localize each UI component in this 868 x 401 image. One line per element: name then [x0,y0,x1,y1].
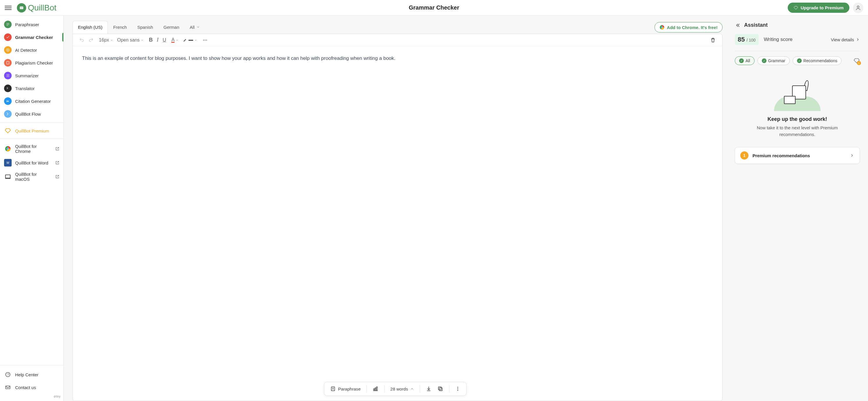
text-color-button[interactable]: A [171,37,179,43]
premium-recommendations-card[interactable]: 1 Premium recommendations [735,147,860,164]
svg-rect-26 [376,387,377,391]
rec-label: Premium recommendations [752,153,810,158]
redo-button[interactable] [88,37,94,43]
chip-grammar[interactable]: ✓Grammar [757,56,790,65]
sidebar-item-label: QuillBot for Word [15,160,48,165]
copy-button[interactable] [437,386,443,392]
chevron-down-icon [141,39,144,41]
italic-button[interactable]: I [157,37,158,43]
collapse-icon[interactable] [735,22,741,28]
sidebar-item-ai-detector[interactable]: AI Detector [0,43,63,56]
more-button[interactable] [203,37,208,43]
sidebar-item-macos[interactable]: QuillBot for macOS [0,169,63,184]
stats-button[interactable] [373,386,378,392]
sidebar-item-grammar-checker[interactable]: Grammar Checker [0,31,63,43]
font-family-select[interactable]: Open sans [117,37,144,43]
paraphrase-icon [330,386,336,392]
chevron-down-icon [196,25,200,29]
chrome-icon [4,145,12,153]
illustration [774,79,820,111]
kebab-icon [455,386,461,392]
copy-icon [437,386,443,392]
sidebar-item-summarizer[interactable]: Summarizer [0,69,63,82]
svg-point-20 [203,39,204,40]
sidebar-item-chrome[interactable]: QuillBot for Chrome [0,141,63,156]
bottom-toolbar: Paraphrase 28 words [324,382,466,396]
check-icon: ✓ [739,58,744,63]
sidebar-item-translator[interactable]: 文 Translator [0,82,63,95]
paraphraser-icon [4,21,12,28]
check-icon: ✓ [762,58,767,63]
help-icon: ? [4,371,12,378]
tab-german[interactable]: German [158,21,184,34]
chevron-down-icon [194,39,197,41]
tab-all[interactable]: All [184,21,205,34]
sidebar-item-label: Contact us [15,385,36,390]
sidebar-item-help[interactable]: ? Help Center [0,368,63,381]
sidebar-item-flow[interactable]: QuillBot Flow [0,107,63,120]
more-options-button[interactable] [455,386,461,392]
sidebar-item-word[interactable]: W QuillBot for Word [0,156,63,169]
logo-icon [17,3,26,12]
highlight-button[interactable] [183,38,197,42]
premium-filter-button[interactable]: 1 [854,58,860,64]
download-button[interactable] [426,386,432,392]
premium-icon [4,127,12,135]
tab-english[interactable]: English (US) [72,21,108,34]
ai-icon [4,46,12,54]
svg-point-22 [206,39,207,40]
sidebar-item-paraphraser[interactable]: Paraphraser [0,18,63,31]
grammar-icon [4,33,12,41]
sidebar-item-label: Grammar Checker [15,35,53,40]
citation-icon: 99 [4,97,12,105]
empty-title: Keep up the good work! [768,116,827,122]
check-icon: ✓ [797,58,802,63]
sidebar-item-label: Summarizer [15,73,39,78]
menu-button[interactable] [5,4,12,11]
download-icon [426,386,432,392]
chip-all[interactable]: ✓All [735,56,754,65]
svg-point-1 [21,7,21,8]
chevron-right-icon [856,37,860,41]
paraphrase-button[interactable]: Paraphrase [330,386,361,392]
delete-button[interactable] [710,37,716,43]
chevron-right-icon [850,153,854,158]
font-size-select[interactable]: 16px [99,37,113,43]
word-icon: W [4,159,12,167]
chevron-down-icon [176,39,179,41]
add-to-chrome-button[interactable]: Add to Chrome. It's free! [654,22,722,33]
svg-rect-6 [7,61,9,64]
view-details-button[interactable]: View details [831,37,860,42]
sidebar-item-premium[interactable]: QuillBot Premium [0,123,63,139]
chart-icon [373,386,378,392]
tiny-credit: ⊘tiny [0,394,63,399]
chevron-up-icon [410,387,414,391]
profile-button[interactable] [853,3,863,13]
svg-point-12 [7,148,9,149]
sidebar-item-contact[interactable]: Contact us [0,381,63,394]
editor-content[interactable]: This is an example of content for blog p… [73,46,722,401]
sidebar-item-label: Help Center [15,372,38,377]
chrome-icon [659,25,665,30]
flow-icon [4,110,12,118]
bold-button[interactable]: B [149,37,153,43]
svg-rect-24 [373,389,374,391]
word-count-button[interactable]: 28 words [391,387,414,392]
chevron-down-icon [110,39,113,41]
summarizer-icon [4,72,12,79]
tab-spanish[interactable]: Spanish [132,21,158,34]
person-icon [855,5,861,11]
logo[interactable]: QuillBot [17,3,56,12]
svg-point-2 [22,7,22,8]
upgrade-button[interactable]: Upgrade to Premium [788,3,849,13]
translator-icon: 文 [4,85,12,92]
score-value: 85 [738,36,745,43]
svg-point-21 [205,39,206,40]
chip-recommendations[interactable]: ✓Recommendations [793,56,842,65]
sidebar-item-plagiarism[interactable]: Plagiarism Checker [0,56,63,69]
sidebar-item-citation[interactable]: 99 Citation Generator [0,95,63,107]
underline-button[interactable]: U [163,37,166,43]
undo-button[interactable] [79,37,84,43]
tab-french[interactable]: French [108,21,132,34]
sidebar-item-label: Plagiarism Checker [15,61,53,65]
